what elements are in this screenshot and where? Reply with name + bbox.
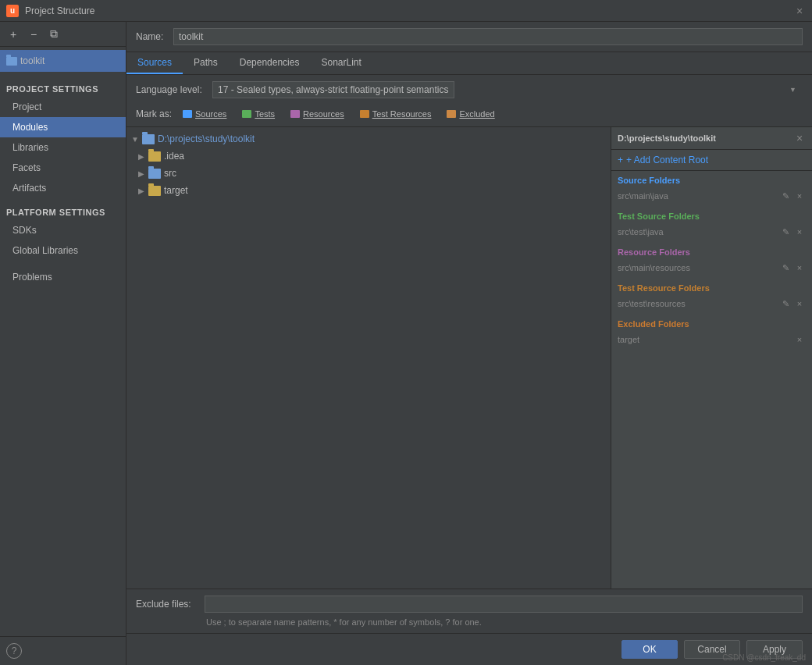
file-tree: ▼ D:\projects\study\toolkit ▶ .idea ▶ sr… [126,127,611,589]
sidebar-item-libraries[interactable]: Libraries [0,137,126,158]
sidebar-item-sdks[interactable]: SDKs [0,220,126,240]
tab-sonarlint[interactable]: SonarLint [310,52,372,74]
language-level-select-wrapper: 17 - Sealed types, always-strict floatin… [212,81,803,98]
test-resource-folder-remove-button-0[interactable]: × [793,297,806,310]
resource-folder-remove-button-0[interactable]: × [793,261,806,274]
tab-paths-label: Paths [194,57,218,68]
tab-paths[interactable]: Paths [183,52,229,74]
name-label: Name: [136,31,167,42]
test-source-folder-edit-button-0[interactable]: ✎ [779,226,792,238]
resource-folders-section: Resource Folders src\main\resources ✎ × [611,243,812,279]
tree-chevron-root: ▼ [130,133,141,144]
mark-as-test-resources-button[interactable]: Test Resources [355,108,436,120]
content-area: ▼ D:\projects\study\toolkit ▶ .idea ▶ sr… [126,127,812,589]
tree-folder-root-icon [142,134,155,144]
mark-excluded-label: Excluded [459,109,494,119]
tab-dependencies-label: Dependencies [240,57,300,68]
test-resource-folders-title: Test Resource Folders [618,283,806,293]
add-content-root-icon: + [618,155,623,165]
tree-chevron-target: ▶ [136,185,147,196]
source-folder-edit-button-0[interactable]: ✎ [779,190,792,202]
source-folders-section: Source Folders src\main\java ✎ × [611,171,812,207]
tree-target-label: target [164,185,188,196]
sidebar: + − ⧉ toolkit Project Settings Project M… [0,22,126,665]
sidebar-item-artifacts[interactable]: Artifacts [0,178,126,198]
test-resources-dot-icon [360,110,369,118]
sidebar-item-modules[interactable]: Modules [0,117,126,137]
tree-chevron-idea: ▶ [136,151,147,162]
test-source-folder-remove-button-0[interactable]: × [793,226,806,238]
mark-as-excluded-button[interactable]: Excluded [442,108,499,120]
mark-as-resources-button[interactable]: Resources [286,108,349,120]
resource-folders-title: Resource Folders [618,247,806,257]
test-source-folders-section: Test Source Folders src\test\java ✎ × [611,207,812,243]
tab-dependencies[interactable]: Dependencies [229,52,311,74]
tree-folder-idea-icon [148,151,161,162]
mark-sources-label: Sources [195,109,226,119]
right-panel: Name: Sources Paths Dependencies SonarLi… [126,22,812,665]
excluded-folders-title: Excluded Folders [618,319,806,329]
exclude-files-label: Exclude files: [136,599,198,610]
sidebar-item-facets[interactable]: Facets [0,158,126,178]
sidebar-toolbar: + − ⧉ [0,22,126,47]
exclude-files-row: Exclude files: [136,596,803,613]
close-button[interactable]: × [793,5,806,17]
bottom-row: Exclude files: Use ; to separate name pa… [126,589,812,633]
sidebar-item-problems[interactable]: Problems [0,267,126,287]
sidebar-item-label-facets: Facets [12,162,41,173]
sources-dot-icon [183,110,192,118]
tree-src-label: src [164,168,176,179]
test-resource-folder-edit-button-0[interactable]: ✎ [779,297,792,310]
tree-item-target[interactable]: ▶ target [126,182,611,199]
dialog-buttons: OK Cancel Apply [126,633,812,665]
sidebar-item-label-libraries: Libraries [12,142,48,153]
tree-folder-src-icon [148,169,161,179]
test-resource-folders-section: Test Resource Folders src\test\resources… [611,279,812,315]
language-level-row: Language level: 17 - Sealed types, alway… [126,75,812,105]
module-item-label: toolkit [20,55,45,66]
remove-module-button[interactable]: − [25,26,42,43]
tab-sources[interactable]: Sources [126,52,183,74]
main-content: + − ⧉ toolkit Project Settings Project M… [0,22,812,665]
add-module-button[interactable]: + [5,26,22,43]
project-settings-header: Project Settings [0,81,126,97]
language-level-select[interactable]: 17 - Sealed types, always-strict floatin… [212,81,454,98]
test-source-folder-actions-0: ✎ × [779,226,806,238]
tree-root-item[interactable]: ▼ D:\projects\study\toolkit [126,130,611,148]
excluded-folder-path-0: target [618,335,793,344]
add-content-root-button[interactable]: + + Add Content Root [611,150,812,171]
mark-tests-label: Tests [255,109,275,119]
tree-idea-label: .idea [164,151,184,162]
module-item-toolkit[interactable]: toolkit [0,50,126,72]
watermark: CSDN @csdn_freak_dd [722,653,806,662]
mark-as-sources-button[interactable]: Sources [178,108,231,120]
exclude-files-input[interactable] [205,596,803,613]
module-folder-icon [6,57,17,66]
source-folder-remove-button-0[interactable]: × [793,190,806,202]
resource-folder-edit-button-0[interactable]: ✎ [779,261,792,274]
mark-as-label: Mark as: [136,108,172,119]
ok-button[interactable]: OK [621,640,678,659]
name-input[interactable] [173,28,803,45]
help-button[interactable]: ? [6,643,22,659]
tree-chevron-src: ▶ [136,168,147,179]
tab-sources-label: Sources [137,57,172,68]
excluded-folders-section: Excluded Folders target × [611,315,812,350]
resource-folder-path-0: src\main\resources [618,263,779,272]
sidebar-item-project[interactable]: Project [0,97,126,117]
sidebar-item-global-libraries[interactable]: Global Libraries [0,240,126,261]
copy-module-button[interactable]: ⧉ [45,26,62,43]
excluded-folder-entry-0: target × [618,332,806,347]
info-panel-path: D:\projects\study\toolkit [618,133,716,143]
excluded-folder-remove-button-0[interactable]: × [793,333,806,346]
mark-as-tests-button[interactable]: Tests [237,108,280,120]
exclude-files-hint: Use ; to separate name patterns, * for a… [136,617,803,627]
tree-item-src[interactable]: ▶ src [126,165,611,182]
sidebar-item-label-global-libraries: Global Libraries [12,245,78,256]
test-source-folder-path-0: src\test\java [618,227,779,236]
test-resource-folder-entry-0: src\test\resources ✎ × [618,296,806,311]
info-panel-close-button[interactable]: × [793,132,806,144]
source-folder-entry-0: src\main\java ✎ × [618,188,806,204]
tests-dot-icon [242,110,251,118]
tree-item-idea[interactable]: ▶ .idea [126,148,611,165]
